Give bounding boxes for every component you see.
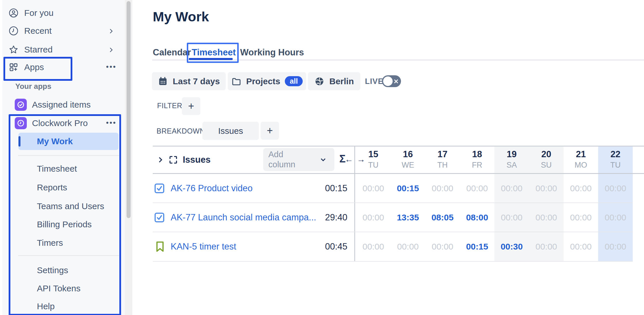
expand-icon[interactable]: [168, 155, 178, 165]
sidebar-divider: [18, 255, 119, 256]
time-cell[interactable]: 00:00: [564, 174, 598, 202]
time-cell[interactable]: 08:05: [425, 203, 460, 232]
time-cell[interactable]: 00:15: [391, 174, 425, 202]
table-row: KAN-5 timer test 00:45 00:00 00:00 00:00…: [153, 232, 633, 261]
time-cell[interactable]: 00:00: [564, 232, 598, 261]
table-row: AK-77 Launch social media campa... 29:40…: [153, 203, 633, 232]
sidebar-item-teams-and-users[interactable]: Teams and Users: [37, 198, 104, 214]
sidebar-item-timesheet[interactable]: Timesheet: [37, 161, 77, 177]
sidebar-divider: [18, 155, 119, 156]
day-abbrev: MO: [564, 161, 598, 170]
date-range-label: Last 7 days: [173, 76, 220, 86]
apps-grid-icon: [9, 62, 18, 72]
time-cell[interactable]: 00:00: [529, 232, 564, 261]
issues-column-title: Issues: [183, 155, 211, 165]
time-cell[interactable]: 00:00: [356, 232, 391, 261]
time-cell[interactable]: 00:00: [356, 203, 391, 232]
time-cell[interactable]: 00:00: [598, 203, 633, 232]
time-cell[interactable]: 00:15: [460, 232, 494, 261]
time-cell[interactable]: 00:00: [425, 174, 460, 202]
clockwork-timesheet-screen: For you Recent Starred: [0, 0, 644, 315]
star-icon: [9, 45, 18, 55]
collapse-chevron-icon[interactable]: [156, 156, 164, 164]
add-filter-button[interactable]: +: [182, 97, 200, 115]
sidebar-item-timers[interactable]: Timers: [37, 235, 63, 251]
sidebar-item-settings[interactable]: Settings: [37, 262, 68, 278]
column-resize-left-arrow[interactable]: ←: [345, 155, 353, 164]
calendar-icon: [158, 76, 168, 87]
time-cell[interactable]: 00:00: [425, 232, 460, 261]
location-label: Berlin: [329, 76, 354, 86]
sidebar-item-apps[interactable]: Apps: [9, 59, 44, 75]
active-page-indicator: [18, 136, 20, 147]
time-cell[interactable]: 00:30: [494, 232, 529, 261]
tab-calendar[interactable]: Calendar: [153, 46, 191, 59]
task-type-icon: [153, 203, 165, 232]
time-cell[interactable]: 00:00: [598, 174, 633, 202]
sidebar: For you Recent Starred: [2, 0, 125, 315]
assigned-items-app-icon: [15, 99, 27, 111]
toggle-knob: [383, 76, 393, 86]
sidebar-item-label: Recent: [24, 26, 52, 36]
time-cell[interactable]: 13:35: [391, 203, 425, 232]
breakdown-issues-button[interactable]: Issues: [202, 122, 259, 140]
day-header: 15 TU: [356, 146, 391, 173]
clockwork-more-button[interactable]: •••: [105, 118, 118, 127]
day-abbrev: TU: [356, 161, 391, 170]
sidebar-item-assigned-items[interactable]: Assigned items: [15, 97, 91, 113]
day-header: 18 FR: [460, 146, 494, 173]
time-cell[interactable]: 00:00: [529, 174, 564, 202]
time-cell[interactable]: 00:00: [494, 203, 529, 232]
tab-working-hours[interactable]: Working Hours: [240, 46, 304, 59]
sidebar-item-starred[interactable]: Starred: [9, 42, 52, 58]
row-total: 29:40: [290, 203, 347, 232]
time-cell[interactable]: 00:00: [356, 174, 391, 202]
sidebar-item-label: For you: [24, 8, 54, 18]
day-header-weekend: 19 SA: [494, 146, 529, 173]
time-cell[interactable]: 00:00: [460, 174, 494, 202]
day-number: 20: [529, 149, 564, 160]
sidebar-item-for-you[interactable]: For you: [9, 5, 54, 21]
time-cell[interactable]: 00:00: [391, 232, 425, 261]
sidebar-item-reports[interactable]: Reports: [37, 179, 67, 196]
page-title: My Work: [153, 9, 209, 25]
chevron-right-icon[interactable]: [108, 46, 114, 53]
time-cell[interactable]: 08:00: [460, 203, 494, 232]
day-header: 16 WE: [391, 146, 425, 173]
day-number: 16: [391, 149, 425, 160]
day-header: 21 MO: [564, 146, 598, 173]
clockwork-pro-app-icon: [15, 117, 27, 129]
time-cell[interactable]: 00:00: [529, 203, 564, 232]
day-number: 15: [356, 149, 391, 160]
chevron-right-icon[interactable]: [108, 28, 114, 35]
folder-icon: [231, 76, 242, 87]
sidebar-item-label: My Work: [37, 133, 73, 149]
sidebar-item-billing-periods[interactable]: Billing Periods: [37, 216, 92, 232]
location-filter-button[interactable]: Berlin: [308, 72, 360, 90]
sidebar-scrollbar-thumb[interactable]: [127, 1, 131, 218]
time-cell[interactable]: 00:00: [564, 203, 598, 232]
toggle-x-icon: [393, 79, 399, 84]
projects-filter-button[interactable]: Projects all: [228, 72, 306, 90]
add-column-dropdown[interactable]: Add column: [263, 148, 334, 171]
sidebar-item-clockwork-pro[interactable]: Clockwork Pro: [15, 115, 88, 131]
sidebar-item-api-tokens[interactable]: API Tokens: [37, 280, 80, 297]
issue-link[interactable]: AK-76 Product video: [171, 174, 253, 202]
issue-link[interactable]: KAN-5 timer test: [171, 232, 236, 261]
person-circle-icon: [9, 8, 18, 18]
add-breakdown-button[interactable]: +: [261, 122, 279, 140]
sidebar-item-label: Clockwork Pro: [32, 118, 88, 128]
time-cell[interactable]: 00:00: [494, 174, 529, 202]
date-range-button[interactable]: Last 7 days: [152, 72, 226, 90]
day-abbrev: SA: [494, 161, 529, 170]
tab-timesheet[interactable]: Timesheet: [192, 46, 236, 59]
task-type-icon: [153, 174, 165, 202]
sidebar-item-recent[interactable]: Recent: [9, 23, 52, 39]
time-cell[interactable]: 00:00: [598, 232, 633, 261]
day-header: 17 TH: [425, 146, 460, 173]
live-toggle[interactable]: [382, 75, 401, 87]
apps-more-button[interactable]: •••: [105, 62, 118, 71]
active-tab-indicator: [189, 58, 233, 60]
projects-all-badge: all: [285, 76, 303, 86]
sidebar-item-help[interactable]: Help: [37, 298, 55, 314]
